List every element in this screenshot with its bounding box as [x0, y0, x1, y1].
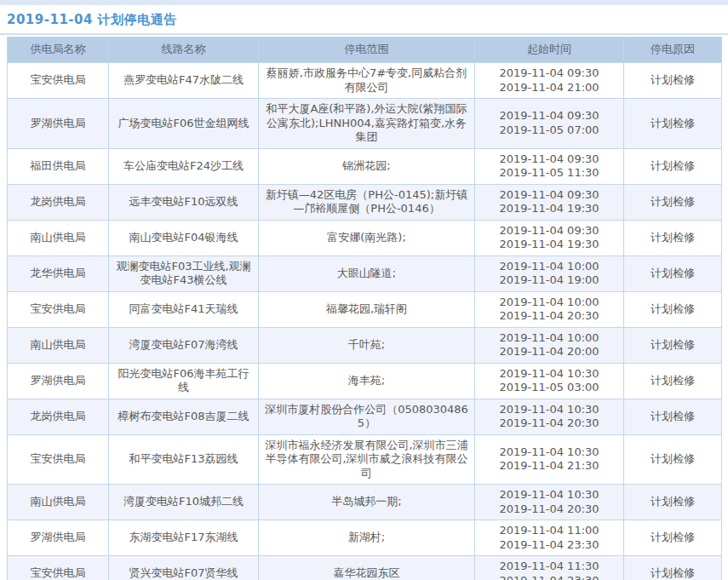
cell-bureau: 南山供电局 — [8, 327, 109, 363]
cell-reason: 计划检修 — [624, 63, 722, 99]
cell-line: 湾厦变电站F10城邦二线 — [109, 485, 259, 520]
cell-bureau: 宝安供电局 — [8, 556, 109, 580]
column-header-bureau: 供电局名称 — [8, 37, 109, 63]
end-time: 2019-11-04 19:30 — [479, 202, 620, 216]
cell-reason: 计划检修 — [624, 148, 722, 184]
cell-line: 同富变电站F41天瑞线 — [109, 291, 259, 327]
table-row: 罗湖供电局 广场变电站F06世金组网线 和平大厦A座(和平路),外运大院(紫翔国… — [8, 99, 722, 149]
table-row: 龙岗供电局 远丰变电站F10远双线 新圩镇—42区电房（PH公-0145);新圩… — [8, 184, 722, 220]
cell-bureau: 罗湖供电局 — [8, 99, 109, 149]
start-time: 2019-11-04 10:00 — [479, 296, 620, 310]
outage-table-body: 宝安供电局 燕罗变电站F47水陂二线 蔡丽娇,市政服务中心7#专变,同威粘合剂有… — [8, 63, 722, 580]
cell-time: 2019-11-04 09:30 2019-11-05 07:00 — [475, 99, 624, 149]
cell-scope: 福馨花园,瑞轩阁 — [259, 291, 475, 327]
cell-bureau: 宝安供电局 — [8, 434, 109, 485]
start-time: 2019-11-04 10:00 — [479, 260, 620, 274]
end-time: 2019-11-05 03:00 — [479, 381, 620, 395]
end-time: 2019-11-04 20:30 — [479, 502, 620, 517]
cell-scope: 大眼山隧道; — [259, 256, 475, 291]
cell-reason: 计划检修 — [624, 220, 722, 256]
cell-bureau: 罗湖供电局 — [8, 363, 109, 399]
table-row: 福田供电局 车公庙变电站F24沙工线 锦洲花园; 2019-11-04 09:3… — [8, 148, 722, 184]
start-time: 2019-11-04 10:30 — [479, 445, 620, 460]
cell-scope: 和平大厦A座(和平路),外运大院(紫翔国际公寓东北);LHNH004,嘉宾路灯箱… — [259, 99, 475, 149]
table-row: 龙岗供电局 樟树布变电站F08吉厦二线 深圳市厦村股份合作公司（05080304… — [8, 399, 722, 434]
cell-line: 燕罗变电站F47水陂二线 — [109, 63, 259, 99]
cell-scope: 半岛城邦一期; — [259, 485, 475, 520]
cell-time: 2019-11-04 10:30 2019-11-04 21:30 — [475, 434, 624, 485]
cell-time: 2019-11-04 10:00 2019-11-04 20:30 — [475, 291, 624, 327]
column-header-time: 起始时间 — [475, 37, 624, 63]
cell-reason: 计划检修 — [624, 520, 722, 556]
cell-line: 远丰变电站F10远双线 — [109, 184, 259, 220]
cell-line: 贤兴变电站F07贤华线 — [109, 556, 259, 580]
notice-title-link[interactable]: 2019-11-04 计划停电通告 — [7, 12, 177, 28]
cell-bureau: 宝安供电局 — [8, 63, 109, 99]
cell-line: 南山变电站F04银海线 — [109, 220, 259, 256]
start-time: 2019-11-04 09:30 — [479, 66, 620, 81]
cell-bureau: 南山供电局 — [8, 485, 109, 520]
cell-line: 和平变电站F13荔园线 — [109, 434, 259, 485]
cell-bureau: 福田供电局 — [8, 148, 109, 184]
cell-time: 2019-11-04 10:30 2019-11-04 20:30 — [475, 399, 624, 434]
cell-scope: 蔡丽娇,市政服务中心7#专变,同威粘合剂有限公司 — [259, 63, 475, 99]
cell-line: 广场变电站F06世金组网线 — [109, 99, 259, 149]
end-time: 2019-11-04 20:00 — [479, 345, 620, 359]
start-time: 2019-11-04 09:30 — [479, 109, 620, 123]
table-row: 宝安供电局 同富变电站F41天瑞线 福馨花园,瑞轩阁 2019-11-04 10… — [8, 291, 722, 327]
cell-scope: 新圩镇—42区电房（PH公-0145);新圩镇—邝裕顺屋侧（PH公-0146） — [259, 184, 475, 220]
cell-line: 阳光变电站F06海丰苑工行线 — [109, 363, 259, 399]
cell-line: 东湖变电站F17东湖线 — [109, 520, 259, 556]
cell-reason: 计划检修 — [624, 256, 722, 291]
cell-time: 2019-11-04 10:00 2019-11-04 20:00 — [475, 327, 624, 363]
column-header-reason: 停电原因 — [624, 37, 722, 63]
outage-table-header: 供电局名称 线路名称 停电范围 起始时间 停电原因 — [8, 37, 722, 63]
cell-reason: 计划检修 — [624, 99, 722, 149]
cell-bureau: 龙华供电局 — [8, 256, 109, 291]
end-time: 2019-11-04 20:30 — [479, 416, 620, 431]
start-time: 2019-11-04 11:00 — [479, 524, 620, 538]
table-row: 宝安供电局 燕罗变电站F47水陂二线 蔡丽娇,市政服务中心7#专变,同威粘合剂有… — [8, 63, 722, 99]
table-row: 宝安供电局 贤兴变电站F07贤华线 嘉华花园东区 2019-11-04 11:3… — [8, 556, 722, 580]
cell-reason: 计划检修 — [624, 485, 722, 520]
start-time: 2019-11-04 09:30 — [479, 152, 620, 167]
start-time: 2019-11-04 10:00 — [479, 331, 620, 346]
cell-time: 2019-11-04 09:30 2019-11-05 11:30 — [475, 148, 624, 184]
cell-time: 2019-11-04 11:00 2019-11-04 23:30 — [475, 520, 624, 556]
table-row: 南山供电局 湾厦变电站F10城邦二线 半岛城邦一期; 2019-11-04 10… — [8, 485, 722, 520]
cell-scope: 海丰苑; — [259, 363, 475, 399]
end-time: 2019-11-04 21:00 — [479, 81, 620, 95]
cell-time: 2019-11-04 10:00 2019-11-04 19:00 — [475, 256, 624, 291]
cell-reason: 计划检修 — [624, 363, 722, 399]
cell-scope: 富安娜(南光路); — [259, 220, 475, 256]
outage-table: 供电局名称 线路名称 停电范围 起始时间 停电原因 宝安供电局 燕罗变电站F47… — [7, 37, 722, 580]
start-time: 2019-11-04 10:30 — [479, 488, 620, 502]
cell-bureau: 罗湖供电局 — [8, 520, 109, 556]
cell-line: 车公庙变电站F24沙工线 — [109, 148, 259, 184]
table-row: 南山供电局 南山变电站F04银海线 富安娜(南光路); 2019-11-04 0… — [8, 220, 722, 256]
cell-time: 2019-11-04 09:30 2019-11-04 19:30 — [475, 220, 624, 256]
table-row: 宝安供电局 和平变电站F13荔园线 深圳市福永经济发展有限公司,深圳市三浦半导体… — [8, 434, 722, 485]
cell-scope: 新湖村; — [259, 520, 475, 556]
cell-time: 2019-11-04 09:30 2019-11-04 19:30 — [475, 184, 624, 220]
column-header-scope: 停电范围 — [259, 37, 475, 63]
cell-reason: 计划检修 — [624, 556, 722, 580]
cell-line: 观澜变电站F03工业线,观澜变电站F43横公线 — [109, 256, 259, 291]
start-time: 2019-11-04 10:30 — [479, 403, 620, 417]
cell-reason: 计划检修 — [624, 399, 722, 434]
table-row: 南山供电局 湾厦变电站F07海湾线 千叶苑; 2019-11-04 10:00 … — [8, 327, 722, 363]
end-time: 2019-11-04 23:30 — [479, 538, 620, 553]
cell-scope: 千叶苑; — [259, 327, 475, 363]
table-row: 罗湖供电局 阳光变电站F06海丰苑工行线 海丰苑; 2019-11-04 10:… — [8, 363, 722, 399]
end-time: 2019-11-04 21:30 — [479, 459, 620, 474]
end-time: 2019-11-04 19:00 — [479, 273, 620, 288]
cell-time: 2019-11-04 11:30 2019-11-04 23:30 — [475, 556, 624, 580]
start-time: 2019-11-04 10:30 — [479, 367, 620, 382]
end-time: 2019-11-05 11:30 — [479, 166, 620, 181]
cell-time: 2019-11-04 09:30 2019-11-04 21:00 — [475, 63, 624, 99]
header-row: 供电局名称 线路名称 停电范围 起始时间 停电原因 — [8, 37, 722, 63]
start-time: 2019-11-04 11:30 — [479, 560, 620, 574]
table-row: 龙华供电局 观澜变电站F03工业线,观澜变电站F43横公线 大眼山隧道; 201… — [8, 256, 722, 291]
end-time: 2019-11-04 20:30 — [479, 309, 620, 324]
cell-reason: 计划检修 — [624, 291, 722, 327]
